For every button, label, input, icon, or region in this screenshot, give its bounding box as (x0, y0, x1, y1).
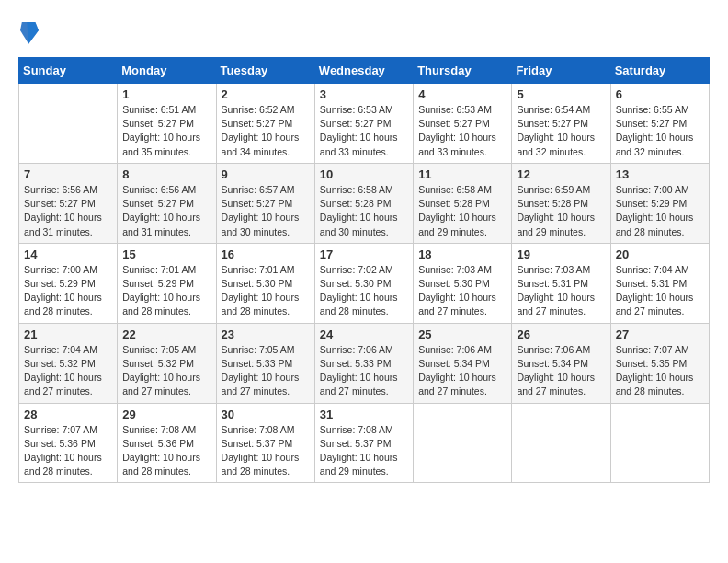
calendar-cell: 28Sunrise: 7:07 AMSunset: 5:36 PMDayligh… (19, 403, 118, 483)
calendar-cell: 31Sunrise: 7:08 AMSunset: 5:37 PMDayligh… (314, 403, 413, 483)
day-number: 7 (24, 167, 112, 181)
day-number: 30 (222, 408, 310, 421)
calendar-day-header: Wednesday (314, 58, 413, 84)
calendar-day-header: Sunday (19, 58, 118, 84)
day-number: 6 (616, 87, 704, 101)
logo-icon (20, 18, 39, 44)
day-number: 13 (616, 167, 704, 181)
day-number: 4 (418, 87, 506, 101)
day-number: 1 (122, 87, 210, 101)
day-info: Sunrise: 7:07 AMSunset: 5:35 PMDaylight:… (616, 343, 704, 399)
day-number: 16 (222, 247, 310, 261)
day-info: Sunrise: 7:03 AMSunset: 5:31 PMDaylight:… (517, 263, 605, 319)
calendar-cell: 27Sunrise: 7:07 AMSunset: 5:35 PMDayligh… (610, 323, 709, 403)
day-info: Sunrise: 6:58 AMSunset: 5:28 PMDaylight:… (418, 183, 506, 239)
day-number: 18 (418, 247, 506, 261)
day-info: Sunrise: 7:04 AMSunset: 5:32 PMDaylight:… (24, 343, 112, 399)
day-number: 14 (24, 247, 112, 261)
day-info: Sunrise: 7:06 AMSunset: 5:33 PMDaylight:… (320, 343, 408, 399)
calendar-cell: 4Sunrise: 6:53 AMSunset: 5:27 PMDaylight… (414, 84, 512, 164)
calendar-cell: 19Sunrise: 7:03 AMSunset: 5:31 PMDayligh… (512, 243, 610, 323)
calendar-cell: 29Sunrise: 7:08 AMSunset: 5:36 PMDayligh… (118, 403, 216, 483)
calendar-week-row: 1Sunrise: 6:51 AMSunset: 5:27 PMDaylight… (19, 84, 710, 164)
calendar-cell: 21Sunrise: 7:04 AMSunset: 5:32 PMDayligh… (19, 323, 118, 403)
day-info: Sunrise: 6:53 AMSunset: 5:27 PMDaylight:… (320, 103, 408, 159)
calendar-cell: 8Sunrise: 6:56 AMSunset: 5:27 PMDaylight… (118, 163, 216, 243)
calendar-cell: 22Sunrise: 7:05 AMSunset: 5:32 PMDayligh… (118, 323, 216, 403)
calendar-week-row: 28Sunrise: 7:07 AMSunset: 5:36 PMDayligh… (19, 403, 710, 483)
calendar-cell: 1Sunrise: 6:51 AMSunset: 5:27 PMDaylight… (118, 84, 216, 164)
day-info: Sunrise: 7:02 AMSunset: 5:30 PMDaylight:… (320, 263, 408, 319)
day-number: 25 (418, 327, 506, 341)
day-number: 21 (24, 327, 112, 341)
calendar-cell: 24Sunrise: 7:06 AMSunset: 5:33 PMDayligh… (314, 323, 413, 403)
calendar-day-header: Friday (512, 58, 610, 84)
day-info: Sunrise: 6:53 AMSunset: 5:27 PMDaylight:… (418, 103, 506, 159)
day-info: Sunrise: 7:08 AMSunset: 5:37 PMDaylight:… (320, 423, 408, 479)
day-info: Sunrise: 7:00 AMSunset: 5:29 PMDaylight:… (616, 183, 704, 239)
day-info: Sunrise: 7:07 AMSunset: 5:36 PMDaylight:… (24, 423, 112, 479)
logo (18, 18, 42, 48)
day-info: Sunrise: 6:51 AMSunset: 5:27 PMDaylight:… (122, 103, 210, 159)
day-number: 2 (222, 87, 310, 101)
calendar-cell: 11Sunrise: 6:58 AMSunset: 5:28 PMDayligh… (414, 163, 512, 243)
day-info: Sunrise: 6:56 AMSunset: 5:27 PMDaylight:… (24, 183, 112, 239)
day-info: Sunrise: 7:01 AMSunset: 5:30 PMDaylight:… (222, 263, 310, 319)
day-number: 3 (320, 87, 408, 101)
day-info: Sunrise: 7:00 AMSunset: 5:29 PMDaylight:… (24, 263, 112, 319)
day-number: 15 (122, 247, 210, 261)
day-info: Sunrise: 6:57 AMSunset: 5:27 PMDaylight:… (222, 183, 310, 239)
day-number: 31 (320, 408, 408, 421)
calendar-cell: 26Sunrise: 7:06 AMSunset: 5:34 PMDayligh… (512, 323, 610, 403)
calendar-cell: 5Sunrise: 6:54 AMSunset: 5:27 PMDaylight… (512, 84, 610, 164)
day-info: Sunrise: 7:08 AMSunset: 5:37 PMDaylight:… (222, 423, 310, 479)
calendar-cell: 14Sunrise: 7:00 AMSunset: 5:29 PMDayligh… (19, 243, 118, 323)
day-info: Sunrise: 6:54 AMSunset: 5:27 PMDaylight:… (517, 103, 605, 159)
day-info: Sunrise: 7:05 AMSunset: 5:32 PMDaylight:… (122, 343, 210, 399)
day-number: 10 (320, 167, 408, 181)
day-number: 9 (222, 167, 310, 181)
calendar-cell: 25Sunrise: 7:06 AMSunset: 5:34 PMDayligh… (414, 323, 512, 403)
calendar-cell (512, 403, 610, 483)
calendar-day-header: Tuesday (216, 58, 314, 84)
calendar-cell (414, 403, 512, 483)
day-number: 24 (320, 327, 408, 341)
day-info: Sunrise: 6:55 AMSunset: 5:27 PMDaylight:… (616, 103, 704, 159)
day-info: Sunrise: 6:56 AMSunset: 5:27 PMDaylight:… (122, 183, 210, 239)
calendar-cell: 16Sunrise: 7:01 AMSunset: 5:30 PMDayligh… (216, 243, 314, 323)
calendar-cell: 17Sunrise: 7:02 AMSunset: 5:30 PMDayligh… (314, 243, 413, 323)
calendar-day-header: Saturday (610, 58, 709, 84)
calendar-cell: 18Sunrise: 7:03 AMSunset: 5:30 PMDayligh… (414, 243, 512, 323)
day-info: Sunrise: 6:52 AMSunset: 5:27 PMDaylight:… (222, 103, 310, 159)
day-info: Sunrise: 7:06 AMSunset: 5:34 PMDaylight:… (418, 343, 506, 399)
calendar-cell: 2Sunrise: 6:52 AMSunset: 5:27 PMDaylight… (216, 84, 314, 164)
calendar-header-row: SundayMondayTuesdayWednesdayThursdayFrid… (19, 58, 710, 84)
day-number: 17 (320, 247, 408, 261)
calendar-cell: 13Sunrise: 7:00 AMSunset: 5:29 PMDayligh… (610, 163, 709, 243)
day-info: Sunrise: 7:05 AMSunset: 5:33 PMDaylight:… (222, 343, 310, 399)
calendar-cell: 12Sunrise: 6:59 AMSunset: 5:28 PMDayligh… (512, 163, 610, 243)
day-number: 5 (517, 87, 605, 101)
calendar-week-row: 21Sunrise: 7:04 AMSunset: 5:32 PMDayligh… (19, 323, 710, 403)
day-number: 12 (517, 167, 605, 181)
day-number: 28 (24, 408, 112, 421)
day-info: Sunrise: 6:59 AMSunset: 5:28 PMDaylight:… (517, 183, 605, 239)
calendar-week-row: 14Sunrise: 7:00 AMSunset: 5:29 PMDayligh… (19, 243, 710, 323)
calendar-cell: 20Sunrise: 7:04 AMSunset: 5:31 PMDayligh… (610, 243, 709, 323)
day-number: 22 (122, 327, 210, 341)
day-info: Sunrise: 7:06 AMSunset: 5:34 PMDaylight:… (517, 343, 605, 399)
day-info: Sunrise: 7:01 AMSunset: 5:29 PMDaylight:… (122, 263, 210, 319)
page-header (18, 18, 710, 48)
day-number: 26 (517, 327, 605, 341)
calendar-table: SundayMondayTuesdayWednesdayThursdayFrid… (18, 57, 710, 483)
day-info: Sunrise: 7:03 AMSunset: 5:30 PMDaylight:… (418, 263, 506, 319)
calendar-cell: 15Sunrise: 7:01 AMSunset: 5:29 PMDayligh… (118, 243, 216, 323)
day-number: 29 (122, 408, 210, 421)
calendar-cell: 30Sunrise: 7:08 AMSunset: 5:37 PMDayligh… (216, 403, 314, 483)
day-info: Sunrise: 7:04 AMSunset: 5:31 PMDaylight:… (616, 263, 704, 319)
day-number: 27 (616, 327, 704, 341)
calendar-week-row: 7Sunrise: 6:56 AMSunset: 5:27 PMDaylight… (19, 163, 710, 243)
day-number: 20 (616, 247, 704, 261)
day-number: 11 (418, 167, 506, 181)
day-number: 8 (122, 167, 210, 181)
